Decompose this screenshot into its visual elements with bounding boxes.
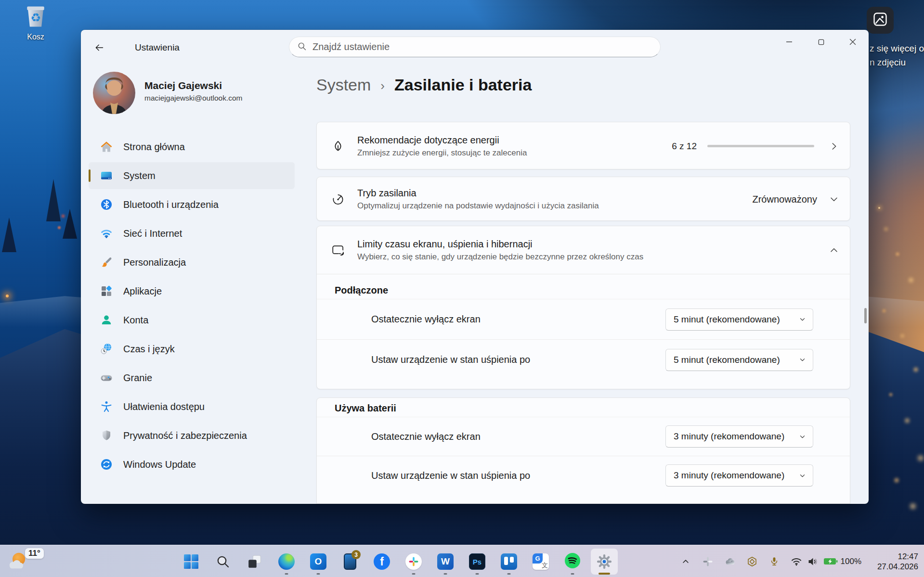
maximize-button[interactable]	[805, 30, 837, 54]
slack-logo	[405, 553, 422, 570]
chevron-down-icon	[799, 433, 806, 440]
sidebar-item-personalizacja[interactable]: Personalizacja	[89, 249, 295, 276]
recycle-bin-icon: ♻	[22, 23, 49, 31]
card-subtitle: Wybierz, co się stanie, gdy urządzenie b…	[357, 252, 816, 262]
page-title: Zasilanie i bateria	[394, 76, 532, 94]
scrollbar-thumb[interactable]	[864, 308, 867, 323]
sidebar-item-prywatnosc[interactable]: Prywatność i zabezpieczenia	[89, 422, 295, 449]
search-box[interactable]	[289, 37, 661, 57]
sidebar-item-konta[interactable]: Konta	[89, 307, 295, 333]
word-icon[interactable]: W	[429, 547, 461, 576]
chevron-up-icon[interactable]	[829, 245, 839, 256]
minimize-button[interactable]	[773, 30, 805, 54]
sidebar-item-siec-internet[interactable]: Sieć i Internet	[89, 220, 295, 247]
translate-icon[interactable]: G 文	[525, 547, 557, 576]
slack-icon[interactable]	[398, 547, 429, 576]
battery-status[interactable]: 100%	[823, 557, 861, 566]
card-subtitle: Optymalizuj urządzenie na podstawie wyda…	[357, 201, 740, 211]
gear-icon	[596, 553, 612, 570]
screen-off-plugged-select[interactable]: 5 minut (rekomendowane)	[665, 308, 813, 331]
sidebar-item-ulatwienia-dostepu[interactable]: Ułatwienia dostępu	[89, 393, 295, 420]
sidebar-item-bluetooth[interactable]: Bluetooth i urządzenia	[89, 191, 295, 218]
accessibility-icon	[100, 400, 113, 413]
taskbar-search-button[interactable]	[207, 547, 239, 576]
sidebar-item-strona-glowna[interactable]: Strona główna	[89, 133, 295, 160]
trello-icon[interactable]	[493, 547, 525, 576]
energy-progress-bar	[707, 145, 814, 147]
task-view-button[interactable]	[239, 547, 271, 576]
phone-logo: 3	[344, 553, 356, 570]
wifi-tray-icon[interactable]	[791, 556, 802, 567]
screen-off-battery-select[interactable]: 3 minuty (rekomendowane)	[665, 425, 813, 448]
desktop: ♻ Kosz z się więcej o n zdjęciu Ustawien…	[0, 0, 924, 577]
outlook-icon[interactable]: O	[302, 547, 334, 576]
slack-tray-icon[interactable]	[702, 556, 714, 567]
edge-logo	[278, 553, 295, 570]
setting-label: Ostatecznie wyłącz ekran	[371, 431, 481, 442]
edge-icon[interactable]	[271, 547, 302, 576]
word-logo: W	[437, 553, 454, 570]
breadcrumb-parent[interactable]: System	[316, 76, 371, 94]
facebook-icon[interactable]: f	[366, 547, 398, 576]
window-controls	[773, 30, 869, 54]
chevron-down-icon	[799, 472, 806, 479]
energy-recommendations-card[interactable]: Rekomendacje dotyczące energii Zmniejsz …	[316, 122, 850, 169]
sidebar-item-windows-update[interactable]: Windows Update	[89, 451, 295, 478]
sidebar-item-label: Granie	[123, 372, 152, 384]
search-icon	[215, 553, 231, 570]
user-name: Maciej Gajewski	[144, 80, 222, 91]
translate-logo: G 文	[533, 553, 549, 570]
tray-chevron-up-icon[interactable]	[680, 556, 691, 567]
tree	[46, 179, 61, 221]
personalization-icon	[100, 256, 113, 269]
weather-widget[interactable]: 11°	[7, 547, 53, 575]
sidebar-item-system[interactable]: System	[89, 162, 295, 189]
back-arrow-icon	[94, 43, 104, 52]
sleep-battery-select[interactable]: 3 minuty (rekomendowane)	[665, 464, 813, 487]
select-value: 5 minut (rekomendowane)	[674, 314, 780, 325]
back-button[interactable]	[90, 39, 109, 56]
sidebar-item-granie[interactable]: Granie	[89, 364, 295, 391]
accounts-icon	[100, 314, 113, 326]
chevron-down-icon[interactable]	[829, 194, 839, 205]
sidebar-item-czas-jezyk[interactable]: Czas i język	[89, 335, 295, 362]
avatar[interactable]	[93, 72, 135, 114]
taskbar-clock[interactable]: 12:47 27.04.2026	[868, 551, 918, 572]
onedrive-cloud-icon[interactable]	[724, 556, 736, 567]
trello-logo	[501, 553, 517, 570]
spotlight-caption: z się więcej o n zdjęciu	[870, 41, 924, 69]
settings-icon[interactable]	[588, 547, 620, 576]
breadcrumb-separator-icon: ›	[380, 77, 385, 93]
phone-link-icon[interactable]: 3	[334, 547, 366, 576]
tree	[63, 209, 77, 239]
close-button[interactable]	[837, 30, 869, 54]
village-light	[6, 295, 9, 297]
section-heading-battery: Używa baterii	[335, 403, 850, 414]
search-icon	[297, 41, 307, 53]
running-indicator	[508, 573, 511, 575]
windows-start-icon	[183, 553, 199, 570]
home-icon	[100, 141, 113, 153]
sidebar-item-aplikacje[interactable]: Aplikacje	[89, 278, 295, 305]
search-input[interactable]	[312, 41, 652, 52]
photoshop-icon[interactable]: Ps	[461, 547, 493, 576]
power-mode-card[interactable]: Tryb zasilania Optymalizuj urządzenie na…	[316, 177, 850, 221]
sleep-plugged-select[interactable]: 5 minut (rekomendowane)	[665, 349, 813, 371]
microphone-tray-icon[interactable]	[768, 556, 780, 567]
hexbox-tray-icon[interactable]	[746, 556, 758, 567]
volume-tray-icon[interactable]	[807, 556, 819, 567]
user-email: maciejgajewski@outlook.com	[144, 94, 243, 103]
spotlight-caption-line2: n zdjęciu	[870, 55, 924, 69]
battery-timeout-card: Używa baterii Ostatecznie wyłącz ekran 3…	[316, 397, 850, 504]
screen-timeout-card: Limity czasu ekranu, uśpienia i hibernac…	[316, 226, 850, 389]
spotify-icon[interactable]	[557, 547, 588, 576]
screen-timeout-header[interactable]: Limity czasu ekranu, uśpienia i hibernac…	[317, 226, 850, 274]
recycle-bin[interactable]: ♻ Kosz	[20, 3, 51, 41]
start-button[interactable]	[175, 547, 207, 576]
setting-label: Ostatecznie wyłącz ekran	[371, 314, 481, 325]
svg-text:♻: ♻	[30, 11, 41, 24]
running-indicator	[444, 573, 447, 575]
battery-icon	[823, 557, 838, 565]
active-indicator	[599, 573, 610, 575]
spotlight-learn-more-button[interactable]	[867, 7, 894, 34]
